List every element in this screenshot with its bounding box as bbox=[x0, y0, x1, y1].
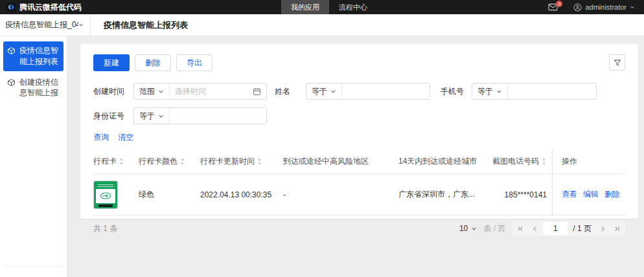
top-tabs: 我的应用 流程中心 bbox=[281, 0, 377, 14]
username: administrator bbox=[585, 3, 627, 11]
travel-card-logo-icon bbox=[100, 192, 111, 199]
pager: / 1 页 bbox=[512, 221, 625, 236]
filter-panel: 创建时间 范围 姓名 bbox=[93, 83, 625, 143]
name-op-select[interactable]: 等于 bbox=[306, 83, 342, 99]
cell-update-time: 2022.04.13 00:30:35 bbox=[200, 174, 283, 215]
column-header-card-color[interactable]: 行程卡颜色 bbox=[139, 150, 200, 173]
delete-button[interactable]: 删除 bbox=[135, 54, 171, 71]
search-link[interactable]: 查询 bbox=[93, 132, 109, 143]
column-header-phone[interactable]: 截图电话号码 bbox=[490, 150, 552, 173]
id-number-input[interactable] bbox=[170, 108, 266, 124]
next-page-icon bbox=[599, 225, 606, 232]
page-body: 疫情信息智能上报列表 创建疫情信息智能上报 新建 删除 导出 bbox=[0, 36, 644, 277]
data-table: 行程卡 行程卡颜色 行程卡更新时间 到达或途经中高风险地区 bbox=[93, 150, 625, 216]
id-op-select[interactable]: 等于 bbox=[134, 108, 170, 124]
chevron-down-icon bbox=[630, 5, 635, 10]
phone-op-select[interactable]: 等于 bbox=[472, 83, 508, 99]
cell-actions: 查看 编辑 删除 bbox=[552, 174, 625, 215]
export-button[interactable]: 导出 bbox=[176, 54, 213, 71]
chevron-down-icon bbox=[330, 89, 336, 94]
last-page-button[interactable] bbox=[610, 222, 624, 235]
view-link[interactable]: 查看 bbox=[562, 189, 577, 200]
sidebar-item-create-report[interactable]: 创建疫情信息智能上报 bbox=[3, 73, 63, 103]
chevron-down-icon bbox=[158, 113, 164, 119]
create-time-control: 范围 bbox=[133, 83, 267, 100]
column-header-travel-card[interactable]: 行程卡 bbox=[93, 150, 139, 173]
brand-logo-icon bbox=[6, 3, 16, 12]
prev-page-icon bbox=[531, 225, 538, 232]
cell-phone: 185****0141 bbox=[490, 174, 552, 215]
edit-link[interactable]: 编辑 bbox=[583, 189, 599, 200]
pagination-bar: 共 1 条 10 条 / 页 / bbox=[93, 216, 625, 241]
sidebar-item-report-list[interactable]: 疫情信息智能上报列表 bbox=[3, 41, 63, 71]
column-header-update-time[interactable]: 行程卡更新时间 bbox=[200, 150, 283, 173]
phone-control: 等于 bbox=[472, 83, 597, 100]
create-time-input[interactable] bbox=[170, 83, 247, 99]
op-value: 等于 bbox=[477, 86, 493, 97]
sub-header: 疫情信息智能上报_04... 疫情信息智能上报列表 bbox=[0, 14, 644, 36]
sort-icon[interactable] bbox=[257, 157, 262, 166]
first-page-button[interactable] bbox=[513, 222, 527, 235]
filter-row-1: 创建时间 范围 姓名 bbox=[93, 83, 625, 100]
page-size-select[interactable]: 10 bbox=[459, 224, 477, 233]
cube-icon bbox=[7, 47, 16, 55]
page-title: 疫情信息智能上报列表 bbox=[91, 14, 188, 36]
name-input[interactable] bbox=[342, 83, 430, 99]
sidebar: 疫情信息智能上报列表 创建疫情信息智能上报 bbox=[0, 36, 67, 277]
user-menu[interactable]: administrator bbox=[573, 3, 635, 12]
column-header-risk-area: 到达或途经中高风险地区 bbox=[283, 150, 398, 173]
clear-link[interactable]: 清空 bbox=[118, 132, 133, 143]
mail-button[interactable]: 0 bbox=[548, 3, 558, 11]
create-time-op-select[interactable]: 范围 bbox=[134, 83, 170, 99]
cube-icon bbox=[7, 78, 16, 87]
new-button[interactable]: 新建 bbox=[93, 54, 130, 71]
sort-icon[interactable] bbox=[179, 157, 185, 166]
filter-label-phone: 手机号 bbox=[441, 86, 472, 97]
table-row: 绿色 2022.04.13 00:30:35 - 广东省深圳市，广东... 18… bbox=[93, 174, 625, 216]
brand: 腾讯云微搭低代码 bbox=[0, 0, 281, 14]
cell-travel-card bbox=[93, 174, 139, 215]
top-nav-bar: 腾讯云微搭低代码 我的应用 流程中心 0 administrator bbox=[0, 0, 644, 14]
travel-card-thumbnail[interactable] bbox=[93, 181, 118, 209]
mail-badge: 0 bbox=[556, 1, 562, 7]
cell-risk-area: - bbox=[283, 174, 398, 215]
sort-icon[interactable] bbox=[119, 157, 124, 166]
chevron-down-icon bbox=[158, 89, 164, 94]
next-page-button[interactable] bbox=[595, 222, 610, 235]
total-pages-label: / 1 页 bbox=[569, 223, 595, 234]
chevron-down-icon bbox=[471, 226, 477, 232]
filter-actions: 查询 清空 bbox=[93, 132, 625, 143]
per-page-label: 条 / 页 bbox=[483, 223, 505, 234]
column-header-cities: 14天内到达或途经城市 bbox=[398, 150, 490, 173]
topbar-right: 0 administrator bbox=[548, 0, 644, 14]
filter-toggle-button[interactable] bbox=[609, 54, 625, 71]
delete-link[interactable]: 删除 bbox=[604, 189, 620, 200]
filter-icon bbox=[614, 59, 621, 67]
cell-card-color: 绿色 bbox=[139, 174, 200, 215]
page-number-input[interactable] bbox=[543, 222, 568, 235]
sidebar-footer bbox=[3, 267, 63, 277]
prev-page-button[interactable] bbox=[527, 222, 542, 235]
first-page-icon bbox=[517, 225, 524, 232]
top-tab-flow-center[interactable]: 流程中心 bbox=[329, 0, 377, 14]
top-tab-my-apps[interactable]: 我的应用 bbox=[281, 0, 329, 14]
list-card: 新建 删除 导出 创建时间 范围 bbox=[80, 44, 638, 219]
sort-icon[interactable] bbox=[541, 157, 547, 166]
sidebar-item-label: 疫情信息智能上报列表 bbox=[19, 45, 60, 67]
brand-title: 腾讯云微搭低代码 bbox=[19, 2, 82, 13]
user-avatar-icon bbox=[573, 3, 582, 12]
last-page-icon bbox=[614, 225, 621, 232]
column-header-actions: 操作 bbox=[552, 150, 625, 173]
phone-input[interactable] bbox=[508, 83, 596, 99]
name-control: 等于 bbox=[306, 83, 430, 100]
calendar-button[interactable] bbox=[247, 87, 266, 96]
op-value: 等于 bbox=[312, 86, 327, 97]
total-count: 共 1 条 bbox=[93, 223, 117, 234]
app-selector[interactable]: 疫情信息智能上报_04... bbox=[0, 14, 91, 36]
cell-cities: 广东省深圳市，广东... bbox=[398, 174, 490, 215]
op-value: 等于 bbox=[139, 111, 155, 122]
table-header-row: 行程卡 行程卡颜色 行程卡更新时间 到达或途经中高风险地区 bbox=[93, 150, 625, 174]
id-number-control: 等于 bbox=[133, 107, 267, 124]
filter-label-create-time: 创建时间 bbox=[93, 86, 133, 97]
op-value: 范围 bbox=[139, 86, 155, 97]
